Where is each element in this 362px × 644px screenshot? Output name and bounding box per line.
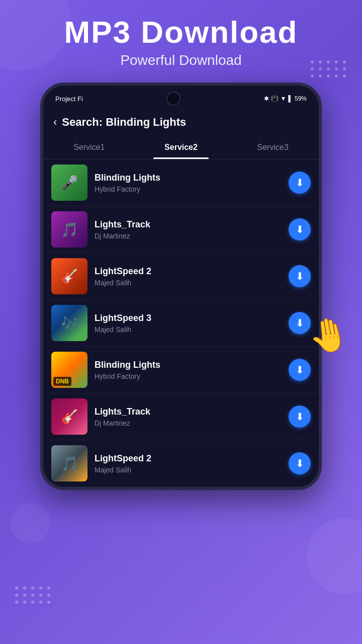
decorative-dots-bottom-left [15,587,51,604]
download-icon: ⬇ [296,270,304,282]
song-artist: Majed Salih [95,326,282,334]
download-icon: ⬇ [296,177,304,189]
song-info: Lights_Track Dj Martinez [95,407,282,427]
tab-service3[interactable]: Service3 [227,136,319,159]
phone-frame: Project Fi ✱ 📳 ▼ ▌ 59% ‹ Search: Blindin… [40,83,322,490]
song-artist: Hybrid Factory [95,185,282,193]
wifi-icon: ▼ [281,95,287,102]
tab-service1[interactable]: Service1 [43,136,135,159]
song-title: Blinding Lights [95,173,282,183]
vibrate-icon: 📳 [271,95,279,102]
list-item: 🎵 LightSpeed 2 Majed Salih ⬇ [43,440,319,487]
song-thumbnail: 🎤 [51,165,87,201]
thumb-image: 🎸 [51,258,87,294]
tab-service2[interactable]: Service2 [135,136,227,159]
download-button[interactable]: ⬇ [289,359,311,381]
download-icon: ⬇ [296,364,304,376]
song-thumbnail: 🎵 [51,211,87,248]
song-artist: Majed Salih [95,279,282,287]
song-title: LightSpeed 2 [95,453,282,464]
download-icon: ⬇ [296,223,304,235]
thumb-image: 🎵 [51,211,87,248]
status-icons: ✱ 📳 ▼ ▌ 59% [264,95,307,102]
song-artist: Majed Salih [95,466,282,474]
song-title: LightSpeed 2 [95,266,282,277]
song-title: Blinding Lights [95,360,282,370]
song-info: LightSpeed 2 Majed Salih [95,453,282,474]
download-icon: ⬇ [296,457,304,469]
song-artist: Hybrid Factory [95,372,282,380]
song-info: LightSpeed 3 Majed Salih [95,313,282,334]
list-item: DNB Blinding Lights Hybrid Factory ⬇ [43,347,319,393]
app-header: MP3 Download Powerful Download [0,0,362,73]
song-thumbnail: 🎸 [51,398,87,435]
song-thumbnail: 🎶 [51,305,87,341]
download-button[interactable]: ⬇ [289,452,311,474]
signal-icon: ▌ [288,95,293,102]
song-title: LightSpeed 3 [95,313,282,324]
download-icon: ⬇ [296,317,304,329]
service-tabs: Service1 Service2 Service3 [43,136,319,159]
song-artist: Dj Martinez [95,232,282,240]
hand-cursor-illustration: 🤚 [306,313,352,358]
search-header: ‹ Search: Blinding Lights [43,109,319,136]
song-title: Lights_Track [95,219,282,230]
bluetooth-icon: ✱ [264,95,269,102]
camera-notch [166,92,180,106]
thumb-image: 🎵 [51,445,87,481]
song-thumbnail: 🎸 [51,258,87,294]
song-thumbnail: 🎵 [51,445,87,481]
status-bar: Project Fi ✱ 📳 ▼ ▌ 59% [43,86,319,109]
list-item: 🎸 Lights_Track Dj Martinez ⬇ [43,393,319,440]
phone-mockup: Project Fi ✱ 📳 ▼ ▌ 59% ‹ Search: Blindin… [40,83,322,490]
thumb-image: 🎤 [51,165,87,201]
thumb-image: 🎶 [51,305,87,341]
back-button[interactable]: ‹ [53,116,57,129]
song-info: Blinding Lights Hybrid Factory [95,173,282,193]
battery-label: 59% [295,95,307,102]
song-info: Blinding Lights Hybrid Factory [95,360,282,380]
song-list: 🎤 Blinding Lights Hybrid Factory ⬇ 🎵 Lig… [43,159,319,487]
list-item: 🎤 Blinding Lights Hybrid Factory ⬇ [43,159,319,206]
carrier-label: Project Fi [55,95,83,103]
download-button[interactable]: ⬇ [289,172,311,194]
search-title: Search: Blinding Lights [62,116,186,129]
song-info: LightSpeed 2 Majed Salih [95,266,282,287]
list-item: 🎵 Lights_Track Dj Martinez ⬇ [43,206,319,253]
download-button[interactable]: ⬇ [289,218,311,240]
app-subtitle: Powerful Download [20,52,342,68]
song-title: Lights_Track [95,407,282,417]
download-button[interactable]: ⬇ [289,406,311,428]
list-item: 🎶 LightSpeed 3 Majed Salih ⬇ [43,300,319,347]
download-button[interactable]: ⬇ [289,265,311,287]
song-artist: Dj Martinez [95,419,282,427]
app-title: MP3 Download [20,15,342,49]
list-item: 🎸 LightSpeed 2 Majed Salih ⬇ [43,253,319,300]
song-info: Lights_Track Dj Martinez [95,219,282,240]
download-icon: ⬇ [296,411,304,423]
dnb-badge: DNB [53,377,71,386]
song-thumbnail: DNB [51,352,87,388]
thumb-image: 🎸 [51,398,87,435]
